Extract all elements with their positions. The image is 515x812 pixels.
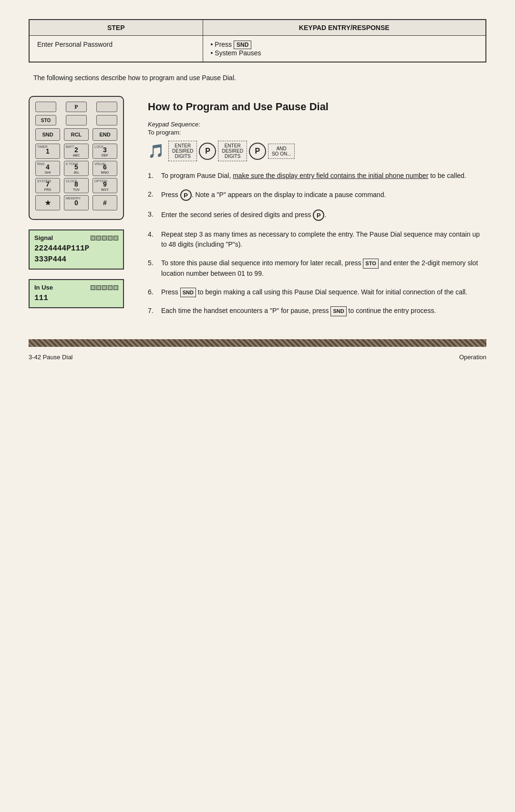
step-2: 2. Press P. Note a "P" appears on the di… (148, 189, 486, 201)
keypad-seq-sublabel: To program: (148, 129, 486, 136)
inuse-label: In Use (34, 284, 53, 291)
phone-sto-row: STO (35, 115, 117, 125)
step5-sto-badge: STO (363, 259, 378, 269)
step-4: 4. Repeat step 3 as many times as necess… (148, 229, 486, 250)
key1-sublabel: TIMER (37, 145, 48, 148)
dot-5 (113, 236, 118, 240)
key-hash-sym: # (103, 199, 107, 207)
key-hash[interactable]: # (93, 195, 117, 210)
key-9[interactable]: OPTION 9 WXY (93, 178, 117, 193)
key8-letters: TUV (73, 188, 80, 191)
phone-btn-blank2 (96, 102, 117, 112)
phone-btn-blank4 (96, 115, 117, 125)
page-footer: 3-42 Pause Dial Operation (29, 352, 486, 361)
step1-content: To program Pause Dial, make sure the dis… (161, 171, 466, 181)
num-row-2: RNG 4 GHI K TONE 5 JKL VISUAL 6 MNO (35, 161, 117, 176)
seq-p1: P (199, 143, 216, 160)
key7-letters: PRS (44, 188, 51, 191)
step6-content: Press SND to begin making a call using t… (161, 287, 467, 298)
seq-enter1: ENTERDESIREDDIGITS (168, 141, 197, 161)
key-star[interactable]: ★ (35, 195, 60, 210)
num-row-1: TIMER 1 BATT 2 ABC LOCK 3 DEF (35, 144, 117, 159)
step7-snd-badge: SND (330, 306, 346, 316)
step-cell: Enter Personal Password (29, 36, 203, 62)
phone-btn-end[interactable]: END (93, 128, 117, 141)
key6-letters: MNO (101, 171, 109, 174)
steps-list: 1. To program Pause Dial, make sure the … (148, 171, 486, 316)
step-6: 6. Press SND to begin making a call usin… (148, 287, 486, 298)
seq-diagram: 🎵 ENTERDESIREDDIGITS P ENTERDESIREDDIGIT… (148, 141, 486, 161)
key-1[interactable]: TIMER 1 (35, 144, 60, 159)
key-8[interactable]: CLOCK 8 TUV (64, 178, 89, 193)
phone-snd-row: SND RCL END (35, 128, 117, 141)
dot-4 (108, 236, 113, 240)
step-1: 1. To program Pause Dial, make sure the … (148, 171, 486, 181)
key-star-sym: ★ (45, 199, 51, 207)
signal-line1: 2224444P111P (34, 243, 118, 254)
key8-sublabel: CLOCK (66, 179, 77, 183)
step3-num: 3. (148, 209, 157, 221)
step2-num: 2. (148, 189, 157, 201)
step-7: 7. Each time the handset encounters a "P… (148, 306, 486, 316)
step-table: STEP KEYPAD ENTRY/RESPONSE Enter Persona… (29, 19, 486, 62)
key1-num: 1 (46, 147, 50, 155)
step5-num: 5. (148, 258, 157, 279)
seq-enter2-text: ENTERDESIREDDIGITS (222, 143, 243, 159)
keypad-seq-label: Keypad Sequence: (148, 121, 486, 128)
col2-header: KEYPAD ENTRY/RESPONSE (203, 20, 486, 36)
phone-btn-snd[interactable]: SND (35, 128, 60, 141)
seq-and-so-on: ANDSO ON... (268, 144, 295, 159)
left-column: P STO SND RCL END TIMER 1 (29, 96, 134, 325)
inuse-dot-3 (102, 285, 107, 290)
key0-num: 0 (74, 199, 78, 207)
key9-sublabel: OPTION (94, 179, 107, 183)
step7-content: Each time the handset encounters a "P" f… (161, 306, 436, 316)
dot-2 (96, 236, 101, 240)
key5-letters: JKL (73, 171, 79, 174)
key-5[interactable]: K TONE 5 JKL (64, 161, 89, 176)
phone-btn-rcl[interactable]: RCL (64, 128, 89, 141)
dot-3 (102, 236, 107, 240)
phone-btn-sto[interactable]: STO (35, 115, 56, 125)
key9-letters: WXY (101, 188, 109, 191)
signal-line2: 333P444 (34, 254, 118, 265)
step5-content: To store this pause dial sequence into m… (161, 258, 486, 279)
key-7[interactable]: SYSTEM 7 PRS (35, 178, 60, 193)
step7-num: 7. (148, 306, 157, 316)
key2-sublabel: BATT (66, 145, 74, 148)
phone-btn-p[interactable]: P (66, 102, 87, 112)
key-0[interactable]: MEMORY 0 (64, 195, 89, 210)
person-icon: 🎵 (148, 143, 165, 159)
phone-keypad: P STO SND RCL END TIMER 1 (29, 96, 124, 220)
key-4[interactable]: RNG 4 GHI (35, 161, 60, 176)
signal-header: Signal (34, 234, 118, 241)
key6-sublabel: VISUAL (94, 162, 106, 166)
step3-content: Enter the second series of desired digit… (161, 209, 326, 221)
system-pauses: • System Pauses (211, 49, 261, 57)
phone-btn-blank1 (35, 102, 56, 112)
key-3[interactable]: LOCK 3 DEF (93, 144, 117, 159)
key-6[interactable]: VISUAL 6 MNO (93, 161, 117, 176)
key2-letters: ABC (73, 154, 80, 157)
footer-left: 3-42 Pause Dial (29, 354, 73, 361)
key2-num: 2 (74, 146, 78, 154)
inuse-header: In Use (34, 284, 118, 291)
step2-p-btn: P (180, 189, 192, 201)
bottom-decorative-bar (29, 339, 486, 347)
snd-badge: SND (234, 41, 251, 49)
key3-letters: DEF (102, 154, 108, 157)
step-3: 3. Enter the second series of desired di… (148, 209, 486, 221)
inuse-numbers: 111 (34, 293, 118, 303)
step6-snd-badge: SND (180, 288, 196, 298)
key5-sublabel: K TONE (66, 162, 78, 166)
num-row-3: SYSTEM 7 PRS CLOCK 8 TUV OPTION 9 WXY (35, 178, 117, 193)
key-2[interactable]: BATT 2 ABC (64, 144, 89, 159)
main-content: P STO SND RCL END TIMER 1 (29, 96, 486, 325)
seq-p1-label: P (205, 147, 210, 156)
step1-underline: make sure the display entry field contai… (233, 172, 428, 179)
num-row-4: ★ MEMORY 0 # (35, 195, 117, 210)
key7-sublabel: SYSTEM (37, 179, 51, 183)
step1-num: 1. (148, 171, 157, 181)
key3-num: 3 (103, 146, 107, 154)
key0-sublabel: MEMORY (66, 197, 81, 200)
